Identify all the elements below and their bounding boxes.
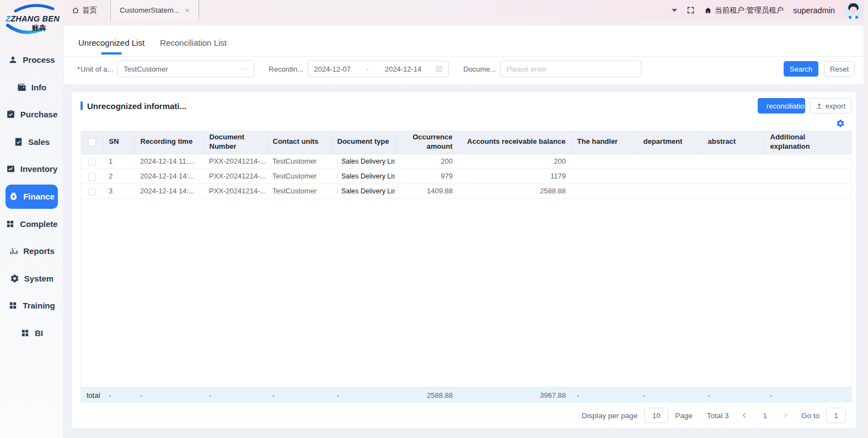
total-cell: 3967.88 bbox=[458, 387, 571, 403]
page-tabs: Unrecognized List Reconciliation List bbox=[64, 26, 868, 57]
row-checkbox[interactable] bbox=[88, 188, 96, 196]
sidebar-item-label: Inventory bbox=[20, 164, 58, 174]
home-filled-icon bbox=[704, 7, 712, 14]
search-button[interactable]: Search bbox=[784, 61, 818, 77]
sidebar-item-info[interactable]: Info bbox=[0, 74, 63, 101]
pager: 1 bbox=[741, 412, 789, 420]
column-header: Document Number bbox=[203, 131, 267, 154]
document-check-icon bbox=[14, 137, 23, 147]
date-separator: - bbox=[365, 65, 371, 73]
export-icon bbox=[816, 102, 823, 110]
sidebar-item-purchase[interactable]: Purchase bbox=[0, 101, 63, 128]
table-head: SNRecording timeDocument NumberContact u… bbox=[81, 131, 852, 154]
row-select-cell bbox=[81, 183, 103, 198]
sidebar-item-reports[interactable]: Reports bbox=[0, 237, 63, 265]
chevron-right-icon[interactable] bbox=[781, 412, 789, 419]
sidebar-item-label: Purchase bbox=[20, 110, 58, 119]
column-header: The handler bbox=[571, 131, 637, 154]
sidebar-item-process[interactable]: Process bbox=[0, 46, 63, 74]
total-cell: - bbox=[331, 387, 395, 403]
goto-page-input[interactable] bbox=[826, 408, 846, 423]
table-row: 12024-12-14 11:...PXX-20241214-...TestCu… bbox=[81, 154, 852, 169]
date-end[interactable]: 2024-12-14 bbox=[385, 65, 422, 73]
sidebar-item-finance[interactable]: Finance bbox=[6, 185, 58, 209]
ellipsis-icon[interactable]: ··· bbox=[240, 65, 248, 73]
sidebar-item-inventory[interactable]: Inventory bbox=[0, 155, 63, 183]
gear-icon bbox=[10, 274, 19, 283]
sidebar-item-bi[interactable]: BI bbox=[0, 320, 63, 347]
sidebar-item-complete[interactable]: Complete bbox=[0, 210, 63, 238]
table-cell bbox=[702, 169, 764, 183]
tenant-indicator[interactable]: 当前租户:管理员租户 bbox=[704, 6, 784, 15]
chevron-down-icon[interactable] bbox=[672, 9, 677, 12]
sidebar-item-training[interactable]: Training bbox=[0, 292, 63, 320]
table-cell bbox=[702, 183, 764, 198]
money-bag-icon bbox=[9, 192, 18, 201]
total-table: total-----2588.883967.88---- bbox=[81, 387, 852, 403]
table-cell: PXX-20241214-... bbox=[203, 154, 267, 169]
reset-button[interactable]: Reset bbox=[824, 61, 855, 77]
table-cell: 2024-12-14 11:... bbox=[135, 154, 203, 169]
recording-time-label: Recordin... bbox=[269, 65, 303, 73]
table-cell: 3 bbox=[103, 183, 135, 198]
table-cell: 1179 bbox=[458, 169, 571, 183]
sidebar-item-system[interactable]: System bbox=[0, 265, 63, 293]
document-label: Docume... bbox=[463, 65, 496, 73]
pagination: Display per page Page Total 3 1 Go to bbox=[81, 403, 851, 428]
date-range-picker[interactable]: 2024-12-07 - 2024-12-14 bbox=[308, 61, 449, 77]
total-cell: - bbox=[267, 387, 331, 403]
reconciliation-button-label: reconciliatio bbox=[767, 102, 805, 110]
column-settings-gear-icon[interactable] bbox=[836, 119, 845, 128]
sidebar-item-sales[interactable]: Sales bbox=[0, 128, 63, 156]
row-checkbox[interactable] bbox=[88, 158, 96, 166]
tab-reconciliation-list[interactable]: Reconciliation List bbox=[159, 29, 228, 56]
page-scrollbar-track[interactable] bbox=[864, 0, 868, 438]
reconciliation-button[interactable]: reconciliatio bbox=[758, 98, 805, 113]
brand-logo: ZZHANG BEN 账犇 bbox=[0, 0, 63, 43]
sidebar-item-label: Sales bbox=[28, 137, 50, 147]
username[interactable]: superadmin bbox=[793, 6, 835, 15]
total-cell: total bbox=[81, 387, 103, 403]
active-tab-indicator bbox=[101, 52, 122, 55]
column-header: Additional explanation bbox=[764, 131, 852, 154]
avatar[interactable] bbox=[844, 1, 862, 19]
app-window: ZZHANG BEN 账犇 Process Info Purchase Sale… bbox=[0, 0, 868, 438]
chevron-left-icon[interactable] bbox=[741, 412, 748, 419]
sidebar: ZZHANG BEN 账犇 Process Info Purchase Sale… bbox=[0, 0, 64, 438]
table-cell bbox=[571, 183, 637, 198]
section-title: Unrecognized informati... bbox=[87, 101, 186, 111]
table-cell: TestCustomer bbox=[267, 169, 331, 183]
row-select-cell bbox=[81, 154, 103, 169]
tab-unrecognized-list[interactable]: Unrecognized List bbox=[77, 29, 146, 56]
table-cell: TestCustomer bbox=[267, 154, 331, 169]
close-icon[interactable]: × bbox=[185, 6, 189, 15]
row-checkbox[interactable] bbox=[88, 173, 96, 181]
table-cell: Sales Delivery List bbox=[331, 183, 395, 198]
tenant-label: 当前租户:管理员租户 bbox=[715, 6, 784, 15]
table-cell: 200 bbox=[458, 154, 571, 169]
date-start[interactable]: 2024-12-07 bbox=[314, 65, 351, 73]
export-button[interactable]: export bbox=[810, 98, 851, 113]
open-page-tab-label: CustomerStatem... bbox=[120, 6, 179, 14]
wallet-icon bbox=[17, 83, 26, 92]
unit-value: TestCustomer bbox=[124, 65, 240, 73]
table-cell: PXX-20241214-... bbox=[203, 169, 267, 183]
table-cell: TestCustomer bbox=[267, 183, 331, 198]
current-page[interactable]: 1 bbox=[755, 412, 775, 420]
page-size-input[interactable] bbox=[644, 408, 668, 423]
section-accent-bar bbox=[81, 101, 83, 110]
brand-name-text: ZHANG BEN bbox=[10, 14, 60, 23]
filter-bar: *Unit of a... TestCustomer ··· Recordin.… bbox=[64, 57, 868, 84]
open-page-tab[interactable]: CustomerStatem... × bbox=[110, 0, 199, 20]
total-cell: - bbox=[135, 387, 203, 403]
unit-select[interactable]: TestCustomer ··· bbox=[117, 61, 254, 77]
breadcrumb-home-label: 首页 bbox=[82, 6, 97, 15]
total-cell: - bbox=[764, 387, 852, 403]
table-toolbar bbox=[81, 116, 851, 131]
breadcrumb-home[interactable]: 首页 bbox=[72, 6, 97, 15]
document-input[interactable] bbox=[500, 61, 641, 77]
clipboard-check-icon bbox=[6, 110, 15, 119]
table-cell: Sales Delivery List bbox=[331, 169, 395, 183]
select-all-checkbox[interactable] bbox=[88, 138, 96, 146]
fullscreen-icon[interactable] bbox=[687, 6, 695, 14]
